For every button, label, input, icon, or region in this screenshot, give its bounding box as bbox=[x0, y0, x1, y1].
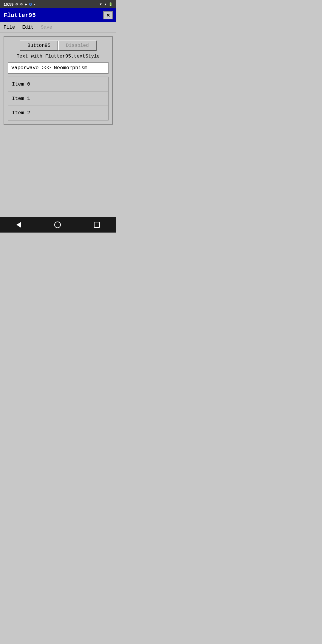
menu-bar: File Edit Save bbox=[0, 22, 116, 33]
menu-file[interactable]: File bbox=[2, 24, 16, 31]
menu-edit[interactable]: Edit bbox=[21, 24, 35, 31]
disabled-button: Disabled bbox=[58, 41, 97, 51]
button95[interactable]: Button95 bbox=[20, 41, 58, 51]
signal-icon: ▲ bbox=[104, 2, 107, 6]
nav-bar bbox=[0, 217, 116, 233]
app-title: Flutter95 bbox=[4, 12, 36, 19]
dot-icon: • bbox=[34, 2, 35, 6]
text-input[interactable] bbox=[8, 62, 109, 74]
main-content: Button95 Disabled Text with Flutter95.te… bbox=[0, 33, 116, 217]
list-item[interactable]: Item 1 bbox=[8, 92, 108, 106]
list-item[interactable]: Item 0 bbox=[8, 77, 108, 92]
settings2-icon: ⚙ bbox=[20, 2, 23, 6]
battery-icon: 🔋 bbox=[109, 2, 113, 6]
settings1-icon: ⚙ bbox=[15, 2, 18, 6]
play-icon: ▶ bbox=[25, 2, 27, 6]
buttons-row: Button95 Disabled bbox=[8, 41, 109, 51]
list-container: Item 0 Item 1 Item 2 bbox=[8, 77, 109, 120]
text-style-label: Text with Flutter95.textStyle bbox=[8, 54, 109, 59]
recents-button[interactable] bbox=[87, 219, 107, 230]
wifi-icon: ▼ bbox=[99, 2, 102, 6]
status-time: 16:59 bbox=[4, 2, 13, 7]
list-item[interactable]: Item 2 bbox=[8, 106, 108, 120]
google-icon: G bbox=[29, 2, 32, 7]
home-button[interactable] bbox=[47, 219, 68, 230]
menu-save: Save bbox=[40, 24, 53, 31]
back-button[interactable] bbox=[9, 219, 28, 230]
inner-container: Button95 Disabled Text with Flutter95.te… bbox=[4, 36, 113, 125]
close-button[interactable]: ✕ bbox=[103, 11, 113, 19]
title-bar: Flutter95 ✕ bbox=[0, 8, 116, 22]
status-bar: 16:59 ⚙ ⚙ ▶ G • ▼ ▲ 🔋 bbox=[0, 0, 116, 8]
